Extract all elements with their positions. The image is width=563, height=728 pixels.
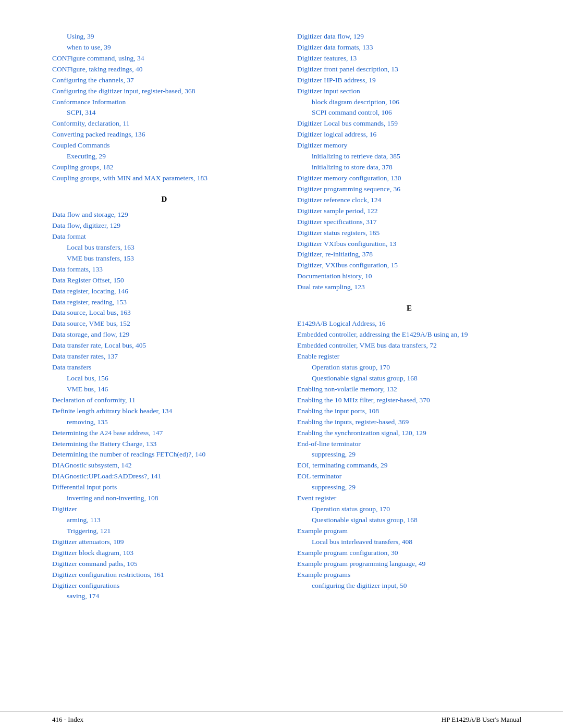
index-entry[interactable]: CONFigure, taking readings, 40 bbox=[52, 64, 276, 75]
index-entry[interactable]: Data source, Local bus, 163 bbox=[52, 307, 276, 318]
index-entry[interactable]: Example program programming language, 49 bbox=[297, 559, 521, 570]
index-entry[interactable]: Digitizer specifications, 317 bbox=[297, 217, 521, 228]
index-entry[interactable]: Dual rate sampling, 123 bbox=[297, 282, 521, 293]
index-entry[interactable]: EOL terminator bbox=[297, 471, 521, 482]
index-entry[interactable]: Coupling groups, with MIN and MAX parame… bbox=[52, 173, 276, 184]
index-entry[interactable]: Determining the A24 base address, 147 bbox=[52, 428, 276, 439]
index-entry[interactable]: removing, 135 bbox=[52, 417, 276, 428]
index-entry[interactable]: Digitizer, VXIbus configuration, 15 bbox=[297, 260, 521, 271]
index-entry[interactable]: Operation status group, 170 bbox=[297, 362, 521, 373]
index-entry[interactable]: Enable register bbox=[297, 351, 521, 362]
index-entry[interactable]: Data transfer rate, Local bus, 405 bbox=[52, 340, 276, 351]
index-entry[interactable]: arming, 113 bbox=[52, 515, 276, 526]
index-entry[interactable]: Executing, 29 bbox=[52, 151, 276, 162]
index-entry[interactable]: Data transfers bbox=[52, 362, 276, 373]
index-entry[interactable]: Enabling non-volatile memory, 132 bbox=[297, 384, 521, 395]
index-entry[interactable]: Documentation history, 10 bbox=[297, 271, 521, 282]
index-entry[interactable]: End-of-line terminator bbox=[297, 439, 521, 450]
index-entry[interactable]: Embedded controller, addressing the E142… bbox=[297, 329, 521, 340]
index-entry[interactable]: DIAGnostic:UPLoad:SADDress?, 141 bbox=[52, 471, 276, 482]
index-entry[interactable]: Data format bbox=[52, 231, 276, 242]
index-entry[interactable]: Digitizer HP-IB address, 19 bbox=[297, 75, 521, 86]
index-entry[interactable]: when to use, 39 bbox=[52, 42, 276, 53]
index-entry[interactable]: Questionable signal status group, 168 bbox=[297, 515, 521, 526]
index-entry[interactable]: VME bus, 146 bbox=[52, 384, 276, 395]
index-entry[interactable]: Digitizer reference clock, 124 bbox=[297, 195, 521, 206]
index-entry[interactable]: Digitizer logical address, 16 bbox=[297, 129, 521, 140]
index-entry[interactable]: Enabling the 10 MHz filter, register-bas… bbox=[297, 395, 521, 406]
index-entry[interactable]: Digitizer programming sequence, 36 bbox=[297, 184, 521, 195]
index-entry[interactable]: Digitizer sample period, 122 bbox=[297, 206, 521, 217]
index-entry[interactable]: Determining the number of readings FETCh… bbox=[52, 449, 276, 460]
index-entry[interactable]: Definite length arbitrary block header, … bbox=[52, 406, 276, 417]
index-entry[interactable]: Digitizer VXIbus configuration, 13 bbox=[297, 239, 521, 250]
index-entry[interactable]: Enabling the inputs, register-based, 369 bbox=[297, 417, 521, 428]
right-column: Digitizer data flow, 129Digitizer data f… bbox=[297, 31, 521, 602]
index-entry[interactable]: Data Register Offset, 150 bbox=[52, 275, 276, 286]
index-entry[interactable]: Data flow, digitizer, 129 bbox=[52, 220, 276, 231]
index-entry[interactable]: Using, 39 bbox=[52, 31, 276, 42]
index-entry[interactable]: Data storage, and flow, 129 bbox=[52, 329, 276, 340]
index-entry[interactable]: Digitizer command paths, 105 bbox=[52, 559, 276, 570]
index-entry[interactable]: Questionable signal status group, 168 bbox=[297, 373, 521, 384]
index-entry[interactable]: saving, 174 bbox=[52, 591, 276, 602]
index-entry[interactable]: Declaration of conformity, 11 bbox=[52, 395, 276, 406]
index-entry[interactable]: Conformity, declaration, 11 bbox=[52, 118, 276, 129]
index-entry[interactable]: block diagram description, 106 bbox=[297, 97, 521, 108]
index-entry[interactable]: Local bus, 156 bbox=[52, 373, 276, 384]
index-entry[interactable]: Configuring the digitizer input, registe… bbox=[52, 86, 276, 97]
index-entry[interactable]: Differential input ports bbox=[52, 482, 276, 493]
index-entry[interactable]: Digitizer features, 13 bbox=[297, 53, 521, 64]
index-entry[interactable]: Data register, reading, 153 bbox=[52, 297, 276, 308]
index-entry[interactable]: Digitizer Local bus commands, 159 bbox=[297, 118, 521, 129]
index-entry[interactable]: Digitizer memory bbox=[297, 140, 521, 151]
index-entry[interactable]: DIAGnostic subsystem, 142 bbox=[52, 460, 276, 471]
index-entry[interactable]: Digitizer attenuators, 109 bbox=[52, 537, 276, 548]
index-entry[interactable]: E1429A/B Logical Address, 16 bbox=[297, 318, 521, 329]
index-entry[interactable]: Data flow and storage, 129 bbox=[52, 209, 276, 220]
index-entry[interactable]: initializing to store data, 378 bbox=[297, 162, 521, 173]
index-entry[interactable]: Configuring the channels, 37 bbox=[52, 75, 276, 86]
index-entry[interactable]: Enabling the input ports, 108 bbox=[297, 406, 521, 417]
index-entry[interactable]: initializing to retrieve data, 385 bbox=[297, 151, 521, 162]
index-entry[interactable]: Converting packed readings, 136 bbox=[52, 129, 276, 140]
index-entry[interactable]: Embedded controller, VME bus data transf… bbox=[297, 340, 521, 351]
index-entry[interactable]: VME bus transfers, 153 bbox=[52, 253, 276, 264]
index-entry[interactable]: Digitizer front panel description, 13 bbox=[297, 64, 521, 75]
index-entry[interactable]: EOI, terminating commands, 29 bbox=[297, 460, 521, 471]
index-entry[interactable]: Event register bbox=[297, 493, 521, 504]
index-entry[interactable]: Digitizer block diagram, 103 bbox=[52, 548, 276, 559]
index-entry[interactable]: Local bus interleaved transfers, 408 bbox=[297, 537, 521, 548]
index-entry[interactable]: Determining the Battery Charge, 133 bbox=[52, 439, 276, 450]
index-entry[interactable]: Local bus transfers, 163 bbox=[52, 242, 276, 253]
index-entry[interactable]: CONFigure command, using, 34 bbox=[52, 53, 276, 64]
index-entry[interactable]: Triggering, 121 bbox=[52, 526, 276, 537]
index-entry[interactable]: Conformance Information bbox=[52, 97, 276, 108]
index-entry[interactable]: Data register, locating, 146 bbox=[52, 286, 276, 297]
index-entry[interactable]: Digitizer status registers, 165 bbox=[297, 228, 521, 239]
index-entry[interactable]: suppressing, 29 bbox=[297, 482, 521, 493]
index-entry[interactable]: Data formats, 133 bbox=[52, 264, 276, 275]
index-entry[interactable]: Enabling the synchronization signal, 120… bbox=[297, 428, 521, 439]
index-entry[interactable]: Operation status group, 170 bbox=[297, 504, 521, 515]
index-entry[interactable]: Digitizer, re-initiating, 378 bbox=[297, 249, 521, 260]
index-entry[interactable]: Digitizer data flow, 129 bbox=[297, 31, 521, 42]
index-entry[interactable]: Coupling groups, 182 bbox=[52, 162, 276, 173]
index-entry[interactable]: SCPI, 314 bbox=[52, 107, 276, 118]
index-entry[interactable]: Digitizer memory configuration, 130 bbox=[297, 173, 521, 184]
index-entry[interactable]: Digitizer configuration restrictions, 16… bbox=[52, 570, 276, 581]
index-entry[interactable]: Coupled Commands bbox=[52, 140, 276, 151]
index-entry[interactable]: Digitizer input section bbox=[297, 86, 521, 97]
index-entry[interactable]: Digitizer configurations bbox=[52, 581, 276, 591]
index-entry[interactable]: Data transfer rates, 137 bbox=[52, 351, 276, 362]
index-entry[interactable]: Data source, VME bus, 152 bbox=[52, 318, 276, 329]
index-entry[interactable]: Digitizer data formats, 133 bbox=[297, 42, 521, 53]
index-entry[interactable]: Digitizer bbox=[52, 504, 276, 515]
index-entry[interactable]: Example program bbox=[297, 526, 521, 537]
index-entry[interactable]: suppressing, 29 bbox=[297, 449, 521, 460]
index-entry[interactable]: SCPI command control, 106 bbox=[297, 107, 521, 118]
index-entry[interactable]: configuring the digitizer input, 50 bbox=[297, 581, 521, 591]
index-entry[interactable]: Example programs bbox=[297, 570, 521, 581]
index-entry[interactable]: Example program configuration, 30 bbox=[297, 548, 521, 559]
index-entry[interactable]: inverting and non-inverting, 108 bbox=[52, 493, 276, 504]
